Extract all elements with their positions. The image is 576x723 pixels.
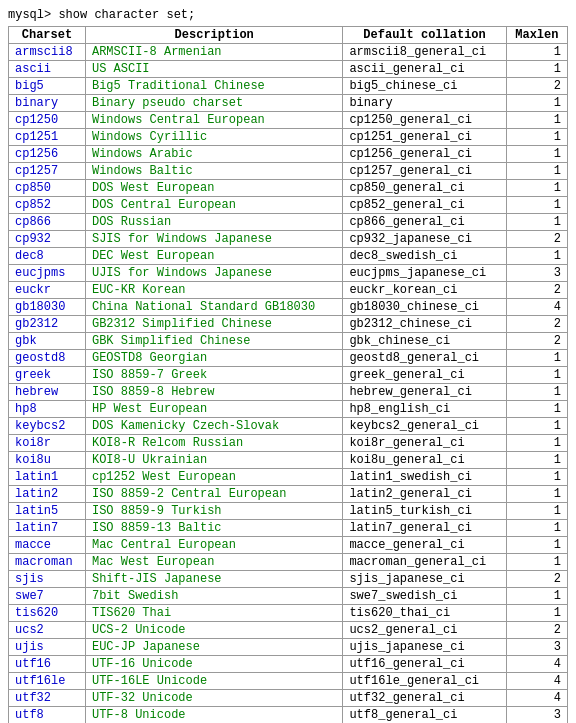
charset-cell: cp1256 [9,146,86,163]
maxlen-cell: 1 [506,367,567,384]
charset-table: Charset Description Default collation Ma… [8,26,568,723]
table-row: cp850DOS West Europeancp850_general_ci1 [9,180,568,197]
maxlen-cell: 1 [506,61,567,78]
charset-cell: ucs2 [9,622,86,639]
table-row: latin1cp1252 West Europeanlatin1_swedish… [9,469,568,486]
collation-cell: binary [343,95,506,112]
charset-cell: euckr [9,282,86,299]
description-cell: DOS Russian [85,214,342,231]
collation-cell: gb2312_chinese_ci [343,316,506,333]
table-row: utf16UTF-16 Unicodeutf16_general_ci4 [9,656,568,673]
collation-cell: latin1_swedish_ci [343,469,506,486]
table-row: greekISO 8859-7 Greekgreek_general_ci1 [9,367,568,384]
maxlen-cell: 2 [506,231,567,248]
description-cell: cp1252 West European [85,469,342,486]
maxlen-cell: 2 [506,571,567,588]
collation-cell: cp1250_general_ci [343,112,506,129]
maxlen-cell: 1 [506,95,567,112]
table-header-row: Charset Description Default collation Ma… [9,27,568,44]
description-cell: Binary pseudo charset [85,95,342,112]
maxlen-cell: 1 [506,520,567,537]
table-row: koi8uKOI8-U Ukrainiankoi8u_general_ci1 [9,452,568,469]
collation-cell: ujis_japanese_ci [343,639,506,656]
description-cell: UTF-32 Unicode [85,690,342,707]
collation-cell: koi8r_general_ci [343,435,506,452]
description-cell: US ASCII [85,61,342,78]
charset-cell: utf32 [9,690,86,707]
table-row: latin7ISO 8859-13 Balticlatin7_general_c… [9,520,568,537]
description-cell: ISO 8859-7 Greek [85,367,342,384]
table-row: armscii8ARMSCII-8 Armenianarmscii8_gener… [9,44,568,61]
col-header-description: Description [85,27,342,44]
collation-cell: latin7_general_ci [343,520,506,537]
maxlen-cell: 2 [506,282,567,299]
col-header-maxlen: Maxlen [506,27,567,44]
description-cell: 7bit Swedish [85,588,342,605]
maxlen-cell: 2 [506,78,567,95]
collation-cell: sjis_japanese_ci [343,571,506,588]
maxlen-cell: 1 [506,163,567,180]
charset-cell: armscii8 [9,44,86,61]
charset-cell: gbk [9,333,86,350]
charset-cell: big5 [9,78,86,95]
description-cell: EUC-KR Korean [85,282,342,299]
maxlen-cell: 1 [506,248,567,265]
collation-cell: tis620_thai_ci [343,605,506,622]
maxlen-cell: 1 [506,469,567,486]
maxlen-cell: 1 [506,605,567,622]
table-row: keybcs2DOS Kamenicky Czech-Slovakkeybcs2… [9,418,568,435]
description-cell: ARMSCII-8 Armenian [85,44,342,61]
collation-cell: eucjpms_japanese_ci [343,265,506,282]
charset-cell: utf16le [9,673,86,690]
charset-cell: cp1250 [9,112,86,129]
collation-cell: big5_chinese_ci [343,78,506,95]
collation-cell: hp8_english_ci [343,401,506,418]
maxlen-cell: 4 [506,299,567,316]
table-row: big5Big5 Traditional Chinesebig5_chinese… [9,78,568,95]
collation-cell: cp852_general_ci [343,197,506,214]
table-row: gbkGBK Simplified Chinesegbk_chinese_ci2 [9,333,568,350]
maxlen-cell: 1 [506,350,567,367]
description-cell: GB2312 Simplified Chinese [85,316,342,333]
maxlen-cell: 1 [506,197,567,214]
charset-cell: cp850 [9,180,86,197]
collation-cell: armscii8_general_ci [343,44,506,61]
collation-cell: ucs2_general_ci [343,622,506,639]
description-cell: ISO 8859-2 Central European [85,486,342,503]
table-row: koi8rKOI8-R Relcom Russiankoi8r_general_… [9,435,568,452]
table-row: macceMac Central Europeanmacce_general_c… [9,537,568,554]
charset-cell: cp1251 [9,129,86,146]
charset-cell: tis620 [9,605,86,622]
table-row: ucs2UCS-2 Unicodeucs2_general_ci2 [9,622,568,639]
charset-cell: latin2 [9,486,86,503]
charset-cell: ascii [9,61,86,78]
charset-cell: utf16 [9,656,86,673]
table-row: cp866DOS Russiancp866_general_ci1 [9,214,568,231]
table-row: tis620TIS620 Thaitis620_thai_ci1 [9,605,568,622]
maxlen-cell: 1 [506,435,567,452]
description-cell: UJIS for Windows Japanese [85,265,342,282]
collation-cell: utf32_general_ci [343,690,506,707]
description-cell: Windows Arabic [85,146,342,163]
description-cell: TIS620 Thai [85,605,342,622]
table-row: cp1256Windows Arabiccp1256_general_ci1 [9,146,568,163]
description-cell: Mac Central European [85,537,342,554]
table-row: ujisEUC-JP Japaneseujis_japanese_ci3 [9,639,568,656]
charset-cell: dec8 [9,248,86,265]
table-row: latin2ISO 8859-2 Central Europeanlatin2_… [9,486,568,503]
description-cell: UCS-2 Unicode [85,622,342,639]
maxlen-cell: 1 [506,452,567,469]
charset-cell: greek [9,367,86,384]
charset-cell: binary [9,95,86,112]
collation-cell: macroman_general_ci [343,554,506,571]
maxlen-cell: 1 [506,384,567,401]
table-row: euckrEUC-KR Koreaneuckr_korean_ci2 [9,282,568,299]
collation-cell: gb18030_chinese_ci [343,299,506,316]
maxlen-cell: 2 [506,316,567,333]
maxlen-cell: 1 [506,401,567,418]
maxlen-cell: 1 [506,588,567,605]
table-row: utf8UTF-8 Unicodeutf8_general_ci3 [9,707,568,724]
collation-cell: keybcs2_general_ci [343,418,506,435]
description-cell: Shift-JIS Japanese [85,571,342,588]
charset-cell: utf8 [9,707,86,724]
